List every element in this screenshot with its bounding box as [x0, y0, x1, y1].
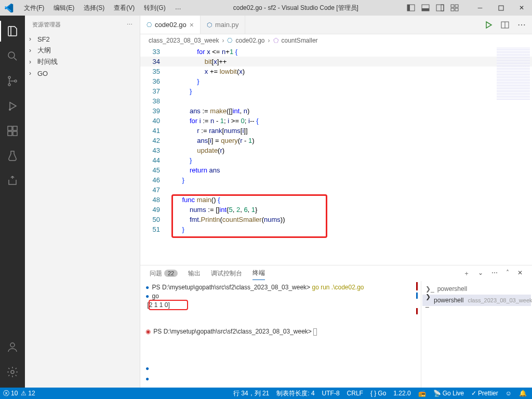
menu-select[interactable]: 选择(S)	[79, 2, 109, 15]
terminal-list-item[interactable]: ❯_powershellclass_2023_08_03_week	[422, 295, 531, 306]
close-button[interactable]: ✕	[511, 0, 532, 16]
status-tabsize[interactable]: 制表符长度: 4	[276, 389, 314, 398]
svg-rect-1	[407, 5, 410, 11]
terminal-list-item[interactable]: ❯_powershell	[422, 283, 531, 295]
svg-rect-17	[13, 126, 17, 130]
code-line[interactable]: 43 update(r)	[140, 145, 532, 155]
tab-label: main.py	[215, 21, 239, 29]
code-line[interactable]: 39 ans := make([]int, n)	[140, 106, 532, 116]
layout-icons	[406, 3, 459, 12]
sidebar-item-go[interactable]: ›GO	[25, 68, 140, 79]
status-cursor[interactable]: 行 34，列 21	[233, 389, 269, 398]
code-line[interactable]: 33 for x <= n+1 {	[140, 47, 532, 57]
terminal-content[interactable]: ● PS D:\mysetup\gopath\src\sf2\class_202…	[140, 281, 421, 388]
code-line[interactable]: 38	[140, 96, 532, 106]
settings-gear-icon[interactable]	[0, 360, 25, 384]
code-line[interactable]: 46 }	[140, 175, 532, 185]
new-terminal-icon[interactable]: ＋	[463, 269, 470, 278]
maximize-button[interactable]	[490, 0, 511, 16]
extensions-icon[interactable]	[0, 118, 25, 143]
run-file-icon[interactable]	[484, 21, 493, 29]
sidebar-title: 资源管理器	[32, 21, 61, 29]
panel-tab-debug[interactable]: 调试控制台	[211, 267, 242, 280]
sidebar-item-timeline[interactable]: ›时间线	[25, 56, 140, 68]
code-line[interactable]: 42 ans[i] = query(r - 1)	[140, 136, 532, 145]
tab-code02-go[interactable]: ⎔ code02.go ×	[140, 16, 201, 34]
code-line[interactable]: 34 bit[x]++	[140, 57, 532, 66]
tab-close-icon[interactable]: ×	[190, 21, 194, 29]
svg-rect-19	[13, 131, 17, 136]
svg-point-11	[8, 52, 15, 58]
panel-maximize-icon[interactable]: ˄	[506, 269, 509, 278]
menu-edit[interactable]: 编辑(E)	[49, 2, 78, 15]
panel-tab-output[interactable]: 输出	[188, 267, 201, 280]
status-warnings[interactable]: ⚠ 12	[21, 390, 35, 397]
panel-more-icon[interactable]: ⋯	[491, 269, 498, 278]
status-errors[interactable]: ⓧ 10	[3, 389, 18, 398]
status-go-live[interactable]: 📡 Go Live	[433, 390, 464, 397]
code-line[interactable]: 41 r := rank[nums[i]]	[140, 126, 532, 136]
svg-rect-7	[455, 5, 458, 7]
search-icon[interactable]	[0, 44, 25, 69]
bottom-panel: 问题22 输出 调试控制台 终端 ＋ ⌄ ⋯ ˄ ✕ ● PS D:\myset…	[140, 265, 532, 388]
toggle-panel-bottom-icon[interactable]	[421, 3, 430, 12]
accounts-icon[interactable]	[0, 335, 25, 360]
tab-main-py[interactable]: ⬡ main.py	[201, 16, 246, 34]
panel-close-icon[interactable]: ✕	[517, 269, 523, 278]
menu-more[interactable]: …	[171, 2, 185, 15]
toggle-panel-left-icon[interactable]	[406, 3, 416, 12]
breadcrumb-file[interactable]: code02.go	[235, 37, 264, 44]
explorer-icon[interactable]	[0, 19, 25, 44]
code-editor[interactable]: 33 for x <= n+1 {34 bit[x]++35 x += lowb…	[140, 47, 532, 265]
menu-view[interactable]: 查看(V)	[110, 2, 139, 15]
svg-point-21	[11, 370, 14, 374]
panel-tab-terminal[interactable]: 终端	[252, 267, 265, 280]
svg-rect-18	[8, 131, 12, 136]
svg-rect-9	[455, 8, 458, 11]
share-icon[interactable]	[0, 168, 25, 193]
code-line[interactable]: 40 for i := n - 1; i >= 0; i-- {	[140, 116, 532, 126]
testing-icon[interactable]	[0, 143, 25, 168]
status-prettier[interactable]: ✓ Prettier	[471, 390, 498, 397]
status-eol[interactable]: CRLF	[347, 390, 363, 397]
minimize-button[interactable]: ─	[470, 0, 490, 16]
breadcrumbs[interactable]: class_2023_08_03_week › ⎔ code02.go › ⬠ …	[140, 34, 532, 47]
menu-go[interactable]: 转到(G)	[140, 2, 169, 15]
code-line[interactable]: 36 }	[140, 76, 532, 86]
svg-rect-6	[451, 5, 454, 7]
editor-more-icon[interactable]: ⋯	[517, 20, 526, 30]
sidebar-more-icon[interactable]: ⋯	[127, 21, 132, 28]
sidebar-label: 时间线	[37, 57, 58, 66]
status-go-version[interactable]: 1.22.0	[393, 390, 410, 397]
sidebar-item-outline[interactable]: ›大纲	[25, 45, 140, 56]
sidebar-label: GO	[37, 70, 48, 77]
source-control-icon[interactable]	[0, 69, 25, 94]
customize-layout-icon[interactable]	[450, 3, 459, 12]
code-line[interactable]: 44 }	[140, 155, 532, 165]
svg-rect-10	[499, 6, 503, 10]
python-file-icon: ⬡	[207, 21, 212, 29]
status-feedback-icon[interactable]: ☺	[506, 390, 512, 397]
code-line[interactable]: 47	[140, 185, 532, 195]
sidebar-item-sf2[interactable]: ›SF2	[25, 33, 140, 45]
code-line[interactable]: 35 x += lowbit(x)	[140, 66, 532, 76]
code-line[interactable]: 37 }	[140, 86, 532, 96]
minimap[interactable]	[497, 48, 530, 100]
menu-bar: 文件(F) 编辑(E) 选择(S) 查看(V) 转到(G) …	[18, 2, 185, 15]
toggle-panel-right-icon[interactable]	[435, 3, 445, 12]
code-line[interactable]: 45 return ans	[140, 165, 532, 175]
status-radio-icon[interactable]: 📻	[418, 390, 426, 397]
status-encoding[interactable]: UTF-8	[322, 390, 340, 397]
editor-tabs: ⎔ code02.go × ⬡ main.py ⋯	[140, 16, 532, 34]
run-debug-icon[interactable]	[0, 94, 25, 118]
activity-bar	[0, 16, 25, 388]
terminal-icon: ❯_	[425, 293, 431, 308]
terminal-dropdown-icon[interactable]: ⌄	[478, 269, 483, 278]
status-lang[interactable]: { } Go	[370, 390, 386, 397]
menu-file[interactable]: 文件(F)	[20, 2, 48, 15]
status-bell-icon[interactable]: 🔔	[519, 390, 527, 397]
breadcrumb-folder[interactable]: class_2023_08_03_week	[149, 37, 219, 44]
breadcrumb-symbol[interactable]: countSmaller	[282, 37, 318, 44]
panel-tab-problems[interactable]: 问题22	[150, 267, 178, 280]
split-editor-icon[interactable]	[501, 21, 509, 29]
